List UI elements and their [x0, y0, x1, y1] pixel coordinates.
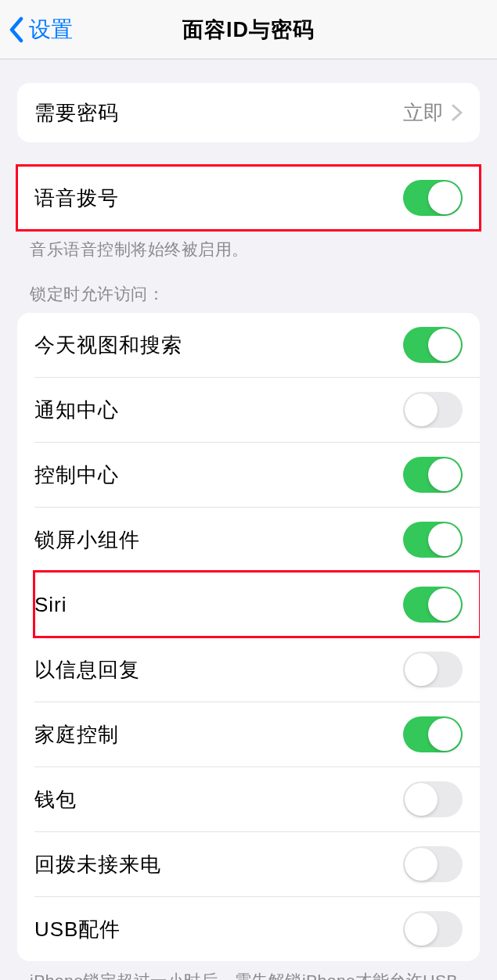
lock-access-row: 以信息回复: [34, 637, 480, 702]
toggle-knob: [405, 848, 438, 881]
toggle-knob: [405, 913, 438, 946]
voice-dial-group: 语音拨号: [17, 166, 480, 230]
lock-access-item-label: 家庭控制: [34, 721, 119, 748]
back-button[interactable]: 设置: [8, 15, 73, 45]
lock-access-item-label: 钱包: [34, 786, 77, 813]
lock-access-toggle[interactable]: [403, 327, 463, 363]
lock-access-toggle[interactable]: [403, 716, 463, 752]
lock-access-toggle[interactable]: [403, 457, 463, 493]
lock-access-toggle[interactable]: [403, 652, 463, 687]
lock-access-item-label: 以信息回复: [34, 656, 140, 684]
voice-dial-toggle[interactable]: [403, 180, 463, 216]
lock-access-item-label: 控制中心: [34, 461, 119, 489]
toggle-knob: [428, 588, 461, 621]
lock-access-header: 锁定时允许访问：: [0, 261, 497, 305]
nav-bar: 设置 面容ID与密码: [0, 0, 497, 59]
lock-access-item-label: 通知中心: [34, 397, 119, 424]
lock-access-toggle[interactable]: [403, 846, 463, 882]
voice-dial-footer: 音乐语音控制将始终被启用。: [0, 230, 497, 261]
lock-access-row: USB配件: [34, 896, 480, 961]
lock-access-toggle[interactable]: [403, 392, 463, 428]
lock-access-row: 钱包: [34, 766, 480, 831]
toggle-knob: [428, 523, 461, 556]
lock-access-toggle[interactable]: [403, 781, 463, 817]
lock-access-row: 锁屏小组件: [34, 507, 480, 572]
toggle-knob: [405, 783, 438, 816]
content: 需要密码 立即 语音拨号 音乐语音控制将始终被启用。 锁定时允许访问： 今天视图…: [0, 83, 497, 980]
toggle-knob: [405, 393, 438, 426]
back-chevron-icon: [8, 16, 25, 43]
voice-dial-row: 语音拨号: [17, 166, 480, 230]
lock-access-group: 今天视图和搜索通知中心控制中心锁屏小组件Siri以信息回复家庭控制钱包回拨未接来…: [17, 313, 480, 961]
require-passcode-value: 立即: [403, 99, 444, 127]
lock-access-row: 今天视图和搜索: [17, 313, 480, 377]
lock-access-row: 家庭控制: [34, 702, 480, 766]
lock-access-item-label: 回拨未接来电: [34, 851, 161, 878]
require-passcode-row[interactable]: 需要密码 立即: [17, 83, 480, 142]
toggle-knob: [405, 653, 438, 686]
require-passcode-label: 需要密码: [34, 99, 119, 127]
passcode-group: 需要密码 立即: [17, 83, 480, 142]
lock-access-item-label: 锁屏小组件: [34, 526, 140, 554]
lock-access-row: 通知中心: [34, 377, 480, 442]
lock-access-item-label: Siri: [34, 593, 67, 617]
require-passcode-right: 立即: [403, 99, 463, 127]
lock-access-toggle[interactable]: [403, 587, 463, 623]
lock-access-toggle[interactable]: [403, 911, 463, 947]
toggle-knob: [428, 181, 461, 214]
lock-access-toggle[interactable]: [403, 522, 463, 558]
chevron-right-icon: [452, 104, 463, 121]
lock-access-row: 回拨未接来电: [34, 831, 480, 896]
toggle-knob: [428, 328, 461, 361]
lock-access-row: 控制中心: [34, 442, 480, 507]
toggle-knob: [428, 458, 461, 491]
back-label: 设置: [29, 15, 73, 45]
voice-dial-label: 语音拨号: [34, 185, 119, 212]
toggle-knob: [428, 718, 461, 751]
lock-access-footer: iPhone锁定超过一小时后，需先解锁iPhone才能允许USB配件连接。: [0, 961, 497, 980]
lock-access-item-label: USB配件: [34, 916, 121, 943]
page-title: 面容ID与密码: [182, 16, 315, 44]
lock-access-row: Siri: [34, 572, 480, 637]
lock-access-item-label: 今天视图和搜索: [34, 332, 182, 359]
